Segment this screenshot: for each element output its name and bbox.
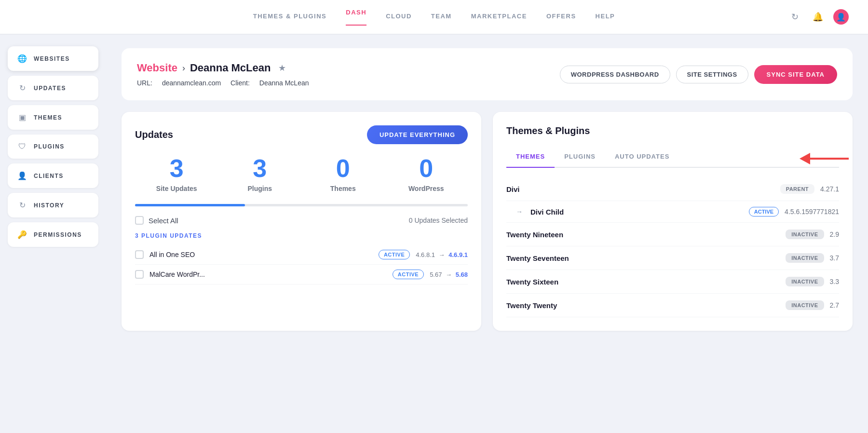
stat-site-updates: 3 Site Updates <box>135 156 218 192</box>
theme-badge-nineteen: INACTIVE <box>786 230 824 239</box>
sync-site-data-button[interactable]: SYNC SITE DATA <box>754 65 837 84</box>
theme-row-divi-child: → Divi Child ACTIVE 4.5.6.1597771821 <box>506 201 839 223</box>
red-arrow-indicator <box>800 153 849 164</box>
globe-icon: 🌐 <box>17 54 27 63</box>
tab-auto-updates[interactable]: AUTO UPDATES <box>605 148 679 167</box>
theme-name-divi: Divi <box>506 185 774 193</box>
themes-plugins-panel: Themes & Plugins THEMES PLUGINS AUTO UPD… <box>493 112 853 331</box>
plugin-version-2: 5.67 → 5.68 <box>430 271 468 278</box>
stat-label-wordpress: WordPress <box>385 185 468 192</box>
nav-team[interactable]: TEAM <box>431 13 452 22</box>
sidebar: 🌐 WEBSITES ↻ UPDATES ▣ THEMES 🛡 PLUGINS … <box>0 35 106 433</box>
sidebar-label-history: HISTORY <box>34 202 64 209</box>
user-avatar[interactable]: 👤 <box>833 9 849 25</box>
plugin-updates-header: 3 PLUGIN UPDATES <box>135 232 468 239</box>
plugin-row-1: All in One SEO ACTIVE 4.6.8.1 → 4.6.9.1 <box>135 245 468 265</box>
permissions-icon: 🔑 <box>17 230 27 239</box>
site-name: Deanna McLean <box>190 62 271 74</box>
stat-plugins: 3 Plugins <box>218 156 302 192</box>
select-all-text[interactable]: Select All <box>149 216 178 225</box>
header-left: Website › Deanna McLean ★ URL: deannamcl… <box>137 62 309 87</box>
progress-bar <box>135 204 468 206</box>
updates-icon: ↻ <box>17 83 27 93</box>
progress-bar-fill <box>135 204 245 206</box>
main-layout: 🌐 WEBSITES ↻ UPDATES ▣ THEMES 🛡 PLUGINS … <box>0 35 868 433</box>
theme-name-divi-child: Divi Child <box>530 208 743 216</box>
stat-label-site: Site Updates <box>135 185 218 192</box>
plugin-checkbox-1[interactable] <box>135 250 144 259</box>
wordpress-dashboard-button[interactable]: WORDPRESS DASHBOARD <box>560 66 670 83</box>
theme-badge-twenty: INACTIVE <box>786 300 824 310</box>
plugin-row-2: MalCare WordPr... ACTIVE 5.67 → 5.68 <box>135 265 468 284</box>
sidebar-item-permissions[interactable]: 🔑 PERMISSIONS <box>8 222 98 247</box>
url-value: deannamclean.com <box>162 79 221 87</box>
client-label: Client: <box>231 79 250 87</box>
theme-badge-divi-child: ACTIVE <box>749 207 779 216</box>
sidebar-label-clients: CLIENTS <box>34 173 64 179</box>
select-all-row: Select All 0 Updates Selected <box>135 216 468 225</box>
sidebar-item-updates[interactable]: ↻ UPDATES <box>8 76 98 100</box>
theme-name-sixteen: Twenty Sixteen <box>506 278 780 286</box>
child-arrow-icon: → <box>516 208 523 216</box>
updates-count: 0 Updates Selected <box>409 216 468 224</box>
update-everything-button[interactable]: UPDATE EVERYTHING <box>367 125 468 144</box>
theme-row-twenty-twenty: Twenty Twenty INACTIVE 2.7 <box>506 294 839 317</box>
stat-label-plugins: Plugins <box>218 185 302 192</box>
theme-row-twenty-seventeen: Twenty Seventeen INACTIVE 3.7 <box>506 246 839 270</box>
updates-panel: Updates UPDATE EVERYTHING 3 Site Updates… <box>122 112 481 331</box>
nav-help[interactable]: HELP <box>596 13 615 22</box>
sidebar-item-clients[interactable]: 👤 CLIENTS <box>8 163 98 188</box>
tab-plugins[interactable]: PLUGINS <box>555 148 605 167</box>
site-settings-button[interactable]: SITE SETTINGS <box>676 66 748 83</box>
tab-themes[interactable]: THEMES <box>506 148 555 168</box>
refresh-icon[interactable]: ↻ <box>787 9 802 25</box>
nav-themes-plugins[interactable]: THEMES & PLUGINS <box>253 13 327 22</box>
select-all-checkbox[interactable] <box>135 216 144 225</box>
stat-label-themes: Themes <box>301 185 385 192</box>
plugins-icon: 🛡 <box>17 142 27 151</box>
theme-name-nineteen: Twenty Nineteen <box>506 230 780 239</box>
bell-icon[interactable]: 🔔 <box>810 9 826 25</box>
stat-number-themes: 0 <box>301 156 385 181</box>
updates-panel-title: Updates <box>135 129 173 140</box>
plugin-checkbox-2[interactable] <box>135 270 144 279</box>
nav-dash[interactable]: DASH <box>346 9 366 26</box>
select-all-left: Select All <box>135 216 178 225</box>
sidebar-label-updates: UPDATES <box>34 85 66 92</box>
theme-badge-sixteen: INACTIVE <box>786 277 824 286</box>
nav-links: THEMES & PLUGINS DASH CLOUD TEAM MARKETP… <box>253 9 615 26</box>
theme-row-twenty-nineteen: Twenty Nineteen INACTIVE 2.9 <box>506 223 839 246</box>
breadcrumb-website[interactable]: Website <box>137 62 177 74</box>
history-icon: ↻ <box>17 201 27 210</box>
page-header: Website › Deanna McLean ★ URL: deannamcl… <box>122 48 853 100</box>
sidebar-label-permissions: PERMISSIONS <box>34 231 82 238</box>
stat-themes: 0 Themes <box>301 156 385 192</box>
page-meta: URL: deannamclean.com Client: Deanna McL… <box>137 79 309 87</box>
nav-marketplace[interactable]: MARKETPLACE <box>471 13 527 22</box>
content-grid: Updates UPDATE EVERYTHING 3 Site Updates… <box>122 112 853 331</box>
plugin-badge-1: ACTIVE <box>379 250 410 259</box>
sidebar-item-websites[interactable]: 🌐 WEBSITES <box>8 46 98 71</box>
stat-number-site: 3 <box>135 156 218 181</box>
theme-version-nineteen: 2.9 <box>830 230 839 238</box>
themes-plugins-title: Themes & Plugins <box>506 125 590 136</box>
arrow-line <box>810 158 849 160</box>
nav-offers[interactable]: OFFERS <box>546 13 576 22</box>
clients-icon: 👤 <box>17 171 27 180</box>
sidebar-item-themes[interactable]: ▣ THEMES <box>8 105 98 130</box>
sidebar-label-websites: WEBSITES <box>34 55 70 62</box>
theme-version-divi-child: 4.5.6.1597771821 <box>785 208 839 216</box>
sidebar-item-history[interactable]: ↻ HISTORY <box>8 193 98 217</box>
star-icon[interactable]: ★ <box>278 63 286 73</box>
breadcrumb: Website › Deanna McLean ★ <box>137 62 309 74</box>
stats-row: 3 Site Updates 3 Plugins 0 Themes 0 Word… <box>135 156 468 192</box>
plugin-name-2: MalCare WordPr... <box>149 271 387 278</box>
sidebar-item-plugins[interactable]: 🛡 PLUGINS <box>8 135 98 159</box>
theme-version-sixteen: 3.3 <box>830 278 839 285</box>
themes-tabs: THEMES PLUGINS AUTO UPDATES <box>506 148 839 168</box>
theme-name-twenty: Twenty Twenty <box>506 301 780 310</box>
nav-cloud[interactable]: CLOUD <box>386 13 412 22</box>
theme-version-twenty: 2.7 <box>830 301 839 309</box>
header-actions: WORDPRESS DASHBOARD SITE SETTINGS SYNC S… <box>560 65 837 84</box>
arrow-head <box>800 153 810 164</box>
